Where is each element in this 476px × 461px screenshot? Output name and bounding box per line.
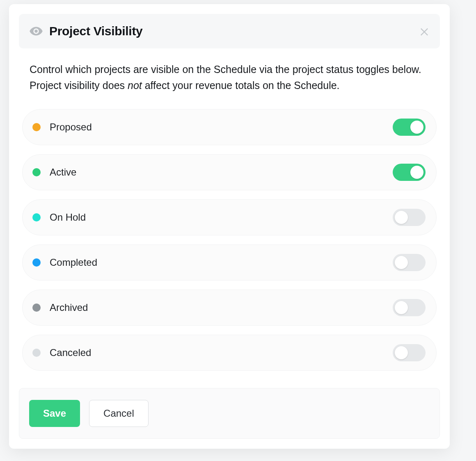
toggle-knob bbox=[410, 121, 423, 134]
close-button[interactable] bbox=[419, 25, 430, 37]
description-text-em: not bbox=[128, 80, 142, 91]
modal-footer: Save Cancel bbox=[19, 388, 440, 439]
visibility-row-archived: Archived bbox=[22, 290, 437, 326]
visibility-row-left: Archived bbox=[32, 302, 88, 313]
visibility-row-label: Active bbox=[50, 167, 76, 178]
visibility-row-left: Active bbox=[32, 167, 76, 178]
close-icon bbox=[419, 25, 430, 37]
visibility-row-onhold: On Hold bbox=[22, 199, 437, 235]
eye-icon bbox=[29, 24, 43, 39]
visibility-toggle-archived[interactable] bbox=[393, 299, 426, 316]
visibility-toggle-completed[interactable] bbox=[393, 254, 426, 271]
visibility-toggle-onhold[interactable] bbox=[393, 209, 426, 226]
description-text-post: affect your revenue totals on the Schedu… bbox=[142, 80, 340, 91]
status-dot-icon bbox=[32, 123, 41, 131]
save-button[interactable]: Save bbox=[29, 400, 80, 427]
visibility-toggle-proposed[interactable] bbox=[393, 119, 426, 136]
toggle-knob bbox=[395, 301, 408, 314]
visibility-row-canceled: Canceled bbox=[22, 335, 437, 371]
status-dot-icon bbox=[32, 213, 41, 221]
visibility-row-left: Proposed bbox=[32, 121, 92, 133]
modal-description: Control which projects are visible on th… bbox=[9, 48, 450, 97]
project-visibility-modal: Project Visibility Control which project… bbox=[9, 4, 450, 449]
visibility-row-left: Completed bbox=[32, 257, 97, 268]
visibility-row-completed: Completed bbox=[22, 244, 437, 281]
status-dot-icon bbox=[32, 349, 41, 357]
modal-header: Project Visibility bbox=[19, 14, 440, 48]
visibility-row-left: Canceled bbox=[32, 347, 91, 358]
visibility-row-label: Canceled bbox=[50, 347, 91, 358]
visibility-row-left: On Hold bbox=[32, 212, 86, 223]
toggle-knob bbox=[410, 166, 423, 179]
visibility-toggle-active[interactable] bbox=[393, 164, 426, 181]
visibility-row-label: On Hold bbox=[50, 212, 86, 223]
status-dot-icon bbox=[32, 168, 41, 176]
status-dot-icon bbox=[32, 258, 41, 267]
toggle-knob bbox=[395, 346, 408, 359]
modal-title: Project Visibility bbox=[49, 24, 142, 38]
visibility-row-label: Archived bbox=[50, 302, 88, 313]
visibility-toggle-canceled[interactable] bbox=[393, 344, 426, 361]
visibility-row-active: Active bbox=[22, 154, 437, 190]
visibility-row-label: Completed bbox=[50, 257, 97, 268]
visibility-options-list: ProposedActiveOn HoldCompletedArchivedCa… bbox=[9, 97, 450, 375]
modal-title-wrap: Project Visibility bbox=[29, 24, 142, 39]
status-dot-icon bbox=[32, 304, 41, 312]
toggle-knob bbox=[395, 256, 408, 269]
visibility-row-label: Proposed bbox=[50, 121, 92, 133]
visibility-row-proposed: Proposed bbox=[22, 109, 437, 145]
toggle-knob bbox=[395, 211, 408, 224]
cancel-button[interactable]: Cancel bbox=[89, 400, 149, 427]
